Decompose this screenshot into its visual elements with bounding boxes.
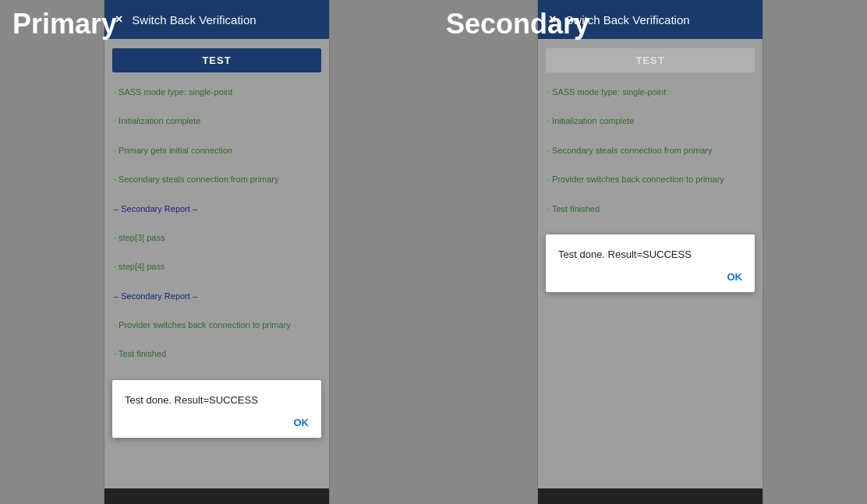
log-line: · step[4] pass [114, 259, 320, 274]
primary-dialog-title: Switch Back Verification [132, 13, 256, 26]
primary-test-button[interactable]: TEST [112, 48, 321, 72]
secondary-log-area: · SASS mode type: single-point · Initial… [546, 82, 755, 219]
primary-bottom-bar [104, 488, 329, 504]
secondary-phone: × Switch Back Verification TEST · SASS m… [537, 0, 763, 504]
log-line: · Test finished [547, 202, 753, 217]
primary-phone: × Switch Back Verification TEST · SASS m… [104, 0, 330, 504]
secondary-bottom-bar [538, 488, 763, 504]
log-line: · Test finished [114, 347, 320, 361]
primary-ok-button[interactable]: OK [125, 417, 309, 428]
secondary-panel: Secondary × Switch Back Verification TES… [434, 0, 867, 504]
log-line: · SASS mode type: single-point [114, 85, 320, 100]
primary-result-dialog: Test done. Result=SUCCESS OK [112, 380, 321, 438]
primary-close-icon[interactable]: × [115, 12, 122, 26]
log-line: · Secondary steals connection from prima… [114, 172, 320, 187]
primary-dialog-body: TEST · SASS mode type: single-point · In… [104, 39, 329, 488]
secondary-dialog-title: Switch Back Verification [565, 13, 689, 26]
log-line: · Provider switches back connection to p… [114, 318, 320, 333]
log-line: · Provider switches back connection to p… [547, 172, 753, 187]
log-line: · Initialization complete [547, 114, 753, 129]
secondary-test-button: TEST [546, 48, 755, 72]
primary-panel: Primary × Switch Back Verification TEST … [0, 0, 434, 504]
log-line: · Secondary steals connection from prima… [547, 143, 753, 158]
secondary-dialog-body: TEST · SASS mode type: single-point · In… [538, 39, 763, 488]
primary-log-area: · SASS mode type: single-point · Initial… [112, 82, 321, 365]
secondary-ok-button[interactable]: OK [558, 271, 742, 283]
secondary-result-text: Test done. Result=SUCCESS [558, 248, 742, 260]
log-line: · SASS mode type: single-point [547, 85, 753, 100]
secondary-dialog-header: × Switch Back Verification [538, 0, 763, 39]
primary-dialog-header: × Switch Back Verification [104, 0, 329, 39]
log-line: · Primary gets initial connection [114, 143, 320, 158]
primary-result-text: Test done. Result=SUCCESS [125, 394, 309, 406]
log-line: · step[3] pass [114, 231, 320, 245]
secondary-result-dialog: Test done. Result=SUCCESS OK [546, 234, 755, 292]
secondary-close-icon[interactable]: × [549, 12, 556, 26]
log-line: · Initialization complete [114, 114, 320, 129]
log-line: – Secondary Report – [114, 289, 320, 304]
log-line: – Secondary Report – [114, 202, 320, 217]
